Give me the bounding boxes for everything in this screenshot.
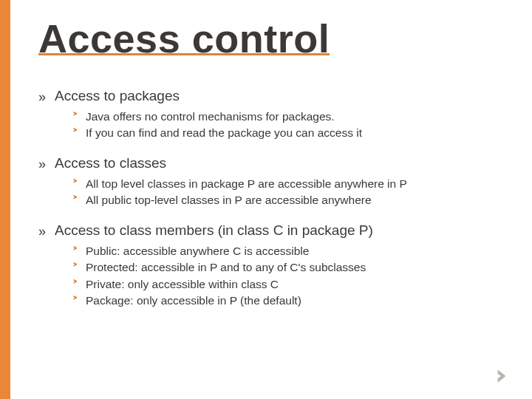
list-item: ˃ If you can find and read the package y…: [72, 125, 502, 141]
list-item: ˃ Protected: accessible in P and to any …: [72, 259, 502, 276]
heading-members: » Access to class members (in class C in…: [38, 222, 502, 239]
section-members: » Access to class members (in class C in…: [38, 222, 502, 310]
bullet-lvl1-icon: »: [38, 225, 46, 238]
item-text: Public: accessible anywhere C is accessi…: [86, 243, 309, 259]
heading-text: Access to packages: [55, 88, 180, 104]
sublist-classes: ˃ All top level classes in package P are…: [72, 176, 502, 209]
list-item: ˃ Package: only accessible in P (the def…: [72, 293, 502, 309]
title-underline: [38, 53, 330, 55]
sublist-packages: ˃ Java offers no control mechanisms for …: [72, 109, 502, 142]
list-item: ˃ Private: only accessible within class …: [72, 276, 502, 293]
section-classes: » Access to classes ˃ All top level clas…: [38, 155, 502, 209]
item-text: Private: only accessible within class C: [86, 276, 279, 293]
page-title: Access control: [38, 18, 330, 60]
list-item: ˃ All public top-level classes in P are …: [72, 192, 502, 208]
bullet-lvl2-icon: ˃: [72, 179, 78, 190]
bullet-lvl2-icon: ˃: [72, 279, 78, 290]
item-text: Protected: accessible in P and to any of…: [86, 259, 366, 276]
bullet-lvl1-icon: »: [38, 90, 46, 103]
bullet-lvl2-icon: ˃: [72, 195, 78, 206]
bullet-lvl2-icon: ˃: [72, 296, 78, 307]
bullet-lvl2-icon: ˃: [72, 112, 78, 123]
bullet-lvl2-icon: ˃: [72, 262, 78, 273]
bullet-lvl2-icon: ˃: [72, 128, 78, 139]
list-item: ˃ All top level classes in package P are…: [72, 176, 502, 192]
heading-text: Access to class members (in class C in p…: [55, 222, 373, 239]
item-text: All top level classes in package P are a…: [86, 176, 407, 192]
heading-classes: » Access to classes: [38, 155, 502, 171]
list-item: ˃ Java offers no control mechanisms for …: [72, 109, 502, 125]
section-packages: » Access to packages ˃ Java offers no co…: [38, 88, 502, 142]
item-text: Package: only accessible in P (the defau…: [86, 293, 301, 309]
item-text: Java offers no control mechanisms for pa…: [86, 109, 335, 125]
item-text: If you can find and read the package you…: [86, 125, 362, 141]
heading-text: Access to classes: [55, 155, 166, 171]
slide: Access control » Access to packages ˃ Ja…: [0, 0, 532, 399]
list-item: ˃ Public: accessible anywhere C is acces…: [72, 243, 502, 259]
bullet-lvl1-icon: »: [38, 157, 46, 171]
heading-packages: » Access to packages: [38, 88, 502, 104]
bullet-lvl2-icon: ˃: [72, 246, 78, 257]
chevron-right-icon: [492, 366, 511, 386]
item-text: All public top-level classes in P are ac…: [86, 192, 372, 208]
sublist-members: ˃ Public: accessible anywhere C is acces…: [72, 243, 502, 310]
